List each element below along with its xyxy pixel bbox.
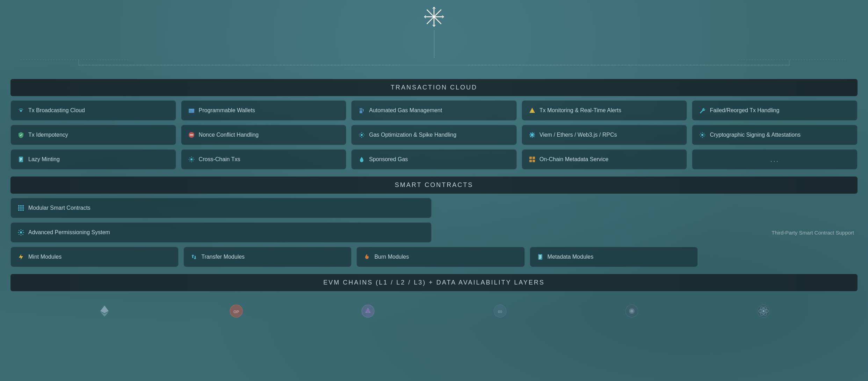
tx-idempotency-box[interactable]: Tx Idempotency <box>10 125 176 145</box>
tx-cloud-row-1: Tx Broadcasting Cloud Programmable Walle… <box>10 100 858 121</box>
svg-point-49 <box>20 207 22 209</box>
svg-rect-25 <box>532 110 533 112</box>
svg-point-53 <box>22 209 24 211</box>
more-dots-label: ... <box>770 156 779 164</box>
smart-contracts-title: SMART CONTRACTS <box>395 181 473 188</box>
burn-modules-box[interactable]: Burn Modules <box>356 247 525 267</box>
polygon-logo <box>359 302 377 320</box>
more-options-box[interactable]: ... <box>692 149 858 170</box>
smart-contracts-row-3: Mint Modules Transfer Modules <box>10 247 858 267</box>
svg-rect-23 <box>360 108 362 110</box>
transfer-modules-box[interactable]: Transfer Modules <box>183 247 352 267</box>
advanced-permissioning-box[interactable]: Advanced Permissioning System <box>10 222 432 243</box>
empty-slot <box>703 247 858 267</box>
no-entry-icon <box>188 131 195 139</box>
snowflake-small-icon <box>528 131 536 139</box>
sponsored-gas-label: Sponsored Gas <box>369 156 408 163</box>
gear-ring-icon <box>17 229 25 236</box>
chainlink-logo: ∞ <box>491 302 509 320</box>
gas-icon <box>358 107 366 114</box>
arbitrum-logo <box>623 302 641 320</box>
horizontal-connector-lines <box>10 58 858 72</box>
modular-smart-contracts-box[interactable]: Modular Smart Contracts <box>10 198 432 218</box>
mint-modules-box[interactable]: Mint Modules <box>10 247 179 267</box>
cosmos-logo <box>755 302 772 320</box>
cross-chain-box[interactable]: Cross-Chain Txs <box>181 149 347 170</box>
programmable-wallets-label: Programmable Wallets <box>199 107 255 114</box>
fire-icon <box>363 253 371 261</box>
grid-dots-icon <box>17 204 25 212</box>
crypto-gear-icon <box>699 131 706 139</box>
optimism-logo: OP <box>227 302 245 320</box>
gas-optimization-box[interactable]: Gas Optimization & Spike Handling <box>351 125 517 145</box>
lightning-icon <box>17 253 25 261</box>
metadata-modules-box[interactable]: Metadata Modules <box>530 247 698 267</box>
smart-contracts-header: SMART CONTRACTS <box>10 177 858 194</box>
main-content: TRANSACTION CLOUD Tx Broadcasting Cloud <box>0 79 868 327</box>
drop-icon <box>358 156 366 163</box>
third-party-label: Third-Party Smart Contract Support <box>436 230 858 236</box>
viem-ethers-label: Viem / Ethers / Web3.js / RPCs <box>540 132 617 138</box>
automated-gas-box[interactable]: Automated Gas Management <box>351 100 517 121</box>
sponsored-gas-box[interactable]: Sponsored Gas <box>351 149 517 170</box>
svg-marker-60 <box>100 305 109 313</box>
transaction-cloud-header: TRANSACTION CLOUD <box>10 79 858 96</box>
svg-point-48 <box>18 207 20 209</box>
automated-gas-label: Automated Gas Management <box>369 107 442 114</box>
svg-rect-41 <box>529 157 532 159</box>
wallet-icon <box>188 107 195 114</box>
svg-text:OP: OP <box>233 310 239 314</box>
logo-star <box>0 0 868 30</box>
smart-contracts-row-2: Advanced Permissioning System Third-Part… <box>10 222 858 243</box>
arrows-icon <box>190 253 198 261</box>
chain-logos-row: OP ∞ <box>10 295 858 327</box>
viem-ethers-box[interactable]: Viem / Ethers / Web3.js / RPCs <box>522 125 687 145</box>
third-party-text: Third-Party Smart Contract Support <box>772 230 854 236</box>
evm-chains-title: EVM CHAINS (L1 / L2 / L3) + DATA AVAILAB… <box>323 279 545 286</box>
svg-rect-44 <box>533 160 535 162</box>
svg-point-51 <box>18 209 20 211</box>
metadata-modules-label: Metadata Modules <box>548 254 594 260</box>
tx-monitoring-box[interactable]: Tx Monitoring & Real-Time Alerts <box>522 100 687 121</box>
on-chain-metadata-box[interactable]: On-Chain Metadata Service <box>522 149 687 170</box>
tx-cloud-row-3: Lazy Minting Cross-Chain Txs <box>10 149 858 170</box>
svg-point-47 <box>22 205 24 207</box>
transaction-cloud-section: TRANSACTION CLOUD Tx Broadcasting Cloud <box>10 79 858 170</box>
svg-rect-22 <box>360 110 362 113</box>
failed-tx-label: Failed/Reorged Tx Handling <box>710 107 779 114</box>
tx-broadcasting-box[interactable]: Tx Broadcasting Cloud <box>10 100 176 121</box>
svg-point-26 <box>532 112 533 113</box>
alert-icon <box>528 107 536 114</box>
mint-modules-label: Mint Modules <box>28 254 62 260</box>
document-lines-icon <box>536 253 544 261</box>
star-connector-line <box>0 30 868 58</box>
svg-rect-24 <box>363 110 364 112</box>
svg-point-40 <box>190 158 193 160</box>
cryptographic-box[interactable]: Cryptographic Signing & Attestations <box>692 125 858 145</box>
svg-point-35 <box>701 134 703 136</box>
tx-monitoring-label: Tx Monitoring & Real-Time Alerts <box>540 107 621 114</box>
svg-rect-42 <box>533 157 535 159</box>
svg-point-54 <box>20 231 22 233</box>
wrench-icon <box>699 107 706 114</box>
svg-text:∞: ∞ <box>498 308 502 315</box>
svg-point-52 <box>20 209 22 211</box>
failed-tx-box[interactable]: Failed/Reorged Tx Handling <box>692 100 858 121</box>
star-svg-icon <box>424 6 444 27</box>
evm-chains-header: EVM CHAINS (L1 / L2 / L3) + DATA AVAILAB… <box>10 274 858 291</box>
lazy-minting-box[interactable]: Lazy Minting <box>10 149 176 170</box>
svg-rect-43 <box>529 160 532 162</box>
ethereum-logo <box>96 302 113 320</box>
gas-optimization-label: Gas Optimization & Spike Handling <box>369 132 456 138</box>
nonce-conflict-box[interactable]: Nonce Conflict Handling <box>181 125 347 145</box>
svg-rect-20 <box>189 109 194 110</box>
programmable-wallets-box[interactable]: Programmable Wallets <box>181 100 347 121</box>
burn-modules-label: Burn Modules <box>374 254 409 260</box>
svg-rect-21 <box>193 110 194 112</box>
advanced-permissioning-label: Advanced Permissioning System <box>28 229 110 236</box>
gear-hex-icon <box>188 156 195 163</box>
smart-contracts-row-1: Modular Smart Contracts <box>10 198 858 218</box>
evm-chains-section: EVM CHAINS (L1 / L2 / L3) + DATA AVAILAB… <box>10 274 858 327</box>
cross-chain-label: Cross-Chain Txs <box>199 156 240 163</box>
transaction-cloud-title: TRANSACTION CLOUD <box>391 84 477 91</box>
